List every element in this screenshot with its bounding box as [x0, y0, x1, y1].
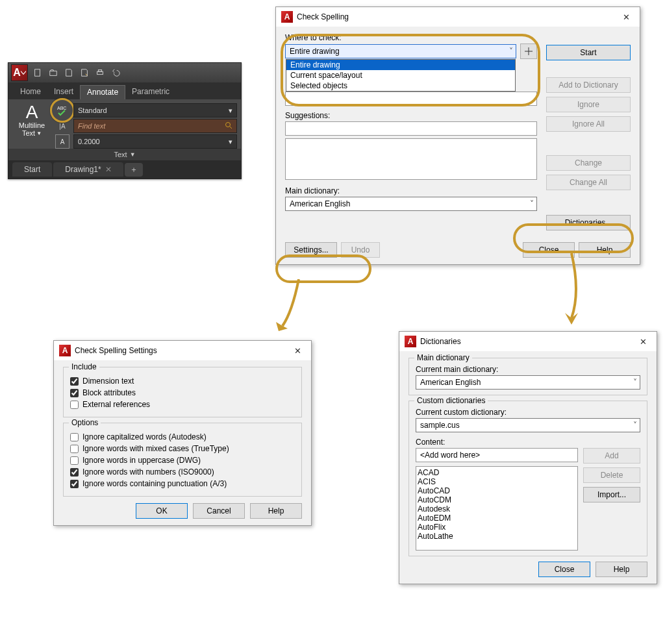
- multiline-label-1: Multiline: [19, 121, 45, 129]
- autocad-icon: A: [405, 336, 416, 347]
- list-item[interactable]: AutoFlix: [418, 523, 576, 532]
- svg-text:ABC: ABC: [57, 106, 66, 110]
- help-button[interactable]: Help: [596, 562, 647, 577]
- help-button[interactable]: Help: [579, 242, 631, 258]
- spelling-settings-dialog: A Check Spelling Settings ✕ Include Dime…: [53, 340, 312, 526]
- content-label: Content:: [416, 438, 640, 447]
- dropdown-option[interactable]: Entire drawing: [286, 60, 515, 70]
- undo-button[interactable]: Undo: [341, 242, 380, 258]
- check-spelling-icon[interactable]: ABC: [55, 103, 69, 118]
- help-button[interactable]: Help: [250, 503, 302, 519]
- file-tab-drawing1[interactable]: Drawing1* ✕: [53, 162, 123, 177]
- autocad-ribbon: A Home Insert Annotate Parametric A Mult…: [8, 62, 242, 179]
- check-spelling-dialog: A Check Spelling ✕ Where to check: Entir…: [275, 6, 640, 265]
- include-group-title: Include: [69, 362, 99, 371]
- arrow-to-settings: [266, 279, 305, 338]
- cancel-button[interactable]: Cancel: [193, 503, 245, 519]
- custom-dict-combo[interactable]: sample.cus˅: [416, 418, 640, 432]
- tab-parametric[interactable]: Parametric: [125, 85, 176, 99]
- chevron-down-icon: ˅: [509, 47, 513, 56]
- list-item[interactable]: AutoEDM: [418, 514, 576, 523]
- new-icon[interactable]: [31, 66, 45, 80]
- words-list[interactable]: ACAD ACIS AutoCAD AutoCDM Autodesk AutoE…: [416, 466, 578, 551]
- close-icon[interactable]: ✕: [105, 165, 112, 174]
- list-item[interactable]: ACIS: [418, 477, 576, 486]
- svg-point-4: [226, 123, 231, 127]
- chk-ignore-numbers[interactable]: Ignore words with numbers (ISO9000): [70, 467, 295, 477]
- chk-block-attributes[interactable]: Block attributes: [70, 388, 295, 397]
- dictionaries-button[interactable]: Dictionaries...: [546, 215, 631, 230]
- open-icon[interactable]: [46, 66, 60, 80]
- change-all-button[interactable]: Change All: [546, 175, 631, 190]
- list-item[interactable]: ACAD: [418, 468, 576, 477]
- add-word-input[interactable]: <Add word here>: [416, 448, 578, 462]
- main-dict-combo[interactable]: American English˅: [416, 375, 640, 390]
- multiline-text-button[interactable]: A Multiline Text▼: [12, 102, 51, 137]
- suggestion-input[interactable]: [285, 121, 537, 136]
- panel-title-text[interactable]: Text▼: [8, 149, 241, 160]
- chk-ignore-uppercase[interactable]: Ignore words in uppercase (DWG): [70, 456, 295, 465]
- main-dict-group-title: Main dictionary: [414, 353, 472, 362]
- tab-annotate[interactable]: Annotate: [80, 85, 125, 99]
- undo-icon[interactable]: [108, 66, 123, 80]
- arrow-to-dictionaries: [552, 253, 591, 331]
- search-icon[interactable]: [225, 121, 232, 130]
- close-button[interactable]: ✕: [634, 333, 651, 350]
- add-to-dictionary-button[interactable]: Add to Dictionary: [546, 77, 631, 93]
- current-custom-dict-label: Current custom dictionary:: [416, 408, 640, 417]
- list-item[interactable]: AutoCDM: [418, 495, 576, 504]
- new-tab-button[interactable]: ＋: [125, 163, 143, 177]
- find-text-input[interactable]: Find text: [73, 119, 237, 133]
- print-icon[interactable]: [93, 66, 107, 80]
- close-button[interactable]: ✕: [618, 8, 634, 25]
- custom-dict-group-title: Custom dictionaries: [414, 396, 488, 405]
- close-button[interactable]: Close: [538, 562, 590, 577]
- height-icon[interactable]: A: [55, 134, 69, 149]
- ok-button[interactable]: OK: [136, 503, 188, 519]
- text-icon[interactable]: |A: [55, 119, 69, 133]
- options-group-title: Options: [69, 418, 101, 427]
- list-item[interactable]: AutoCAD: [418, 486, 576, 495]
- ignore-all-button[interactable]: Ignore All: [546, 116, 631, 132]
- chk-dimension-text[interactable]: Dimension text: [70, 377, 295, 386]
- list-item[interactable]: Autodesk: [418, 504, 576, 514]
- change-button[interactable]: Change: [546, 155, 631, 171]
- not-in-dict-input[interactable]: [285, 92, 537, 106]
- dropdown-option[interactable]: Selected objects: [286, 80, 515, 91]
- close-button[interactable]: Close: [523, 242, 575, 258]
- main-dict-combo[interactable]: American English ˅: [285, 197, 537, 211]
- main-dictionary-group: Main dictionary Current main dictionary:…: [408, 358, 647, 395]
- file-tab-start[interactable]: Start: [12, 162, 52, 177]
- chk-ignore-mixed-case[interactable]: Ignore words with mixed cases (TrueType): [70, 444, 295, 453]
- list-item[interactable]: AutoLathe: [418, 532, 576, 541]
- autocad-logo: A: [11, 64, 28, 81]
- tab-home[interactable]: Home: [14, 85, 47, 99]
- add-button[interactable]: Add: [583, 448, 640, 464]
- suggestions-list[interactable]: [285, 138, 537, 180]
- chk-external-references[interactable]: External references: [70, 400, 295, 409]
- where-to-check-combo[interactable]: Entire drawing ˅ Entire drawing Current …: [285, 44, 516, 58]
- file-tabs-bar: Start Drawing1* ✕ ＋: [8, 160, 241, 179]
- pick-objects-button[interactable]: [520, 43, 537, 59]
- check-spell-column: ABC |A A: [55, 102, 69, 149]
- dialog-title: Check Spelling: [297, 12, 349, 21]
- chk-ignore-punctuation[interactable]: Ignore words containing punctuation (A/3…: [70, 479, 295, 488]
- close-button[interactable]: ✕: [289, 342, 306, 359]
- include-group: Include Dimension text Block attributes …: [63, 367, 302, 417]
- where-dropdown: Entire drawing Current space/layout Sele…: [286, 59, 516, 92]
- quick-access-toolbar: A: [8, 63, 241, 82]
- style-combo[interactable]: Standard ▾: [73, 103, 237, 118]
- delete-button[interactable]: Delete: [583, 467, 640, 483]
- chk-ignore-capitalized[interactable]: Ignore capitalized words (Autodesk): [70, 432, 295, 441]
- tab-insert[interactable]: Insert: [47, 85, 80, 99]
- settings-button[interactable]: Settings...: [285, 242, 337, 258]
- height-combo[interactable]: 0.2000 ▾: [73, 134, 237, 149]
- ignore-button[interactable]: Ignore: [546, 97, 631, 112]
- import-button[interactable]: Import...: [583, 487, 640, 502]
- saveas-icon[interactable]: [77, 66, 92, 80]
- dropdown-option[interactable]: Current space/layout: [286, 70, 515, 80]
- save-icon[interactable]: [62, 66, 76, 80]
- svg-rect-0: [35, 69, 40, 77]
- start-button[interactable]: Start: [546, 45, 631, 60]
- svg-rect-1: [97, 71, 103, 74]
